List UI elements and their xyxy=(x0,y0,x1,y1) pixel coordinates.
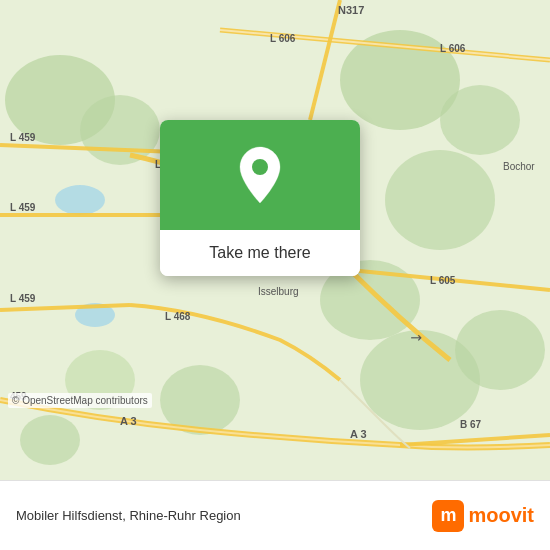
popup-header xyxy=(160,120,360,230)
svg-point-2 xyxy=(80,95,160,165)
svg-text:Bochor: Bochor xyxy=(503,161,535,172)
location-title: Mobiler Hilfsdienst, Rhine-Ruhr Region xyxy=(16,508,241,523)
svg-point-8 xyxy=(455,310,545,390)
svg-text:A 3: A 3 xyxy=(120,415,137,427)
moovit-brand-text: moovit xyxy=(468,504,534,527)
location-pin-icon xyxy=(235,145,285,205)
svg-text:L 459: L 459 xyxy=(10,293,36,304)
svg-text:L 459: L 459 xyxy=(10,202,36,213)
svg-point-12 xyxy=(55,185,105,215)
svg-point-5 xyxy=(385,150,495,250)
svg-text:B 67: B 67 xyxy=(460,419,482,430)
svg-point-39 xyxy=(252,159,268,175)
svg-text:L 459: L 459 xyxy=(10,132,36,143)
svg-text:L 468: L 468 xyxy=(165,311,191,322)
take-me-there-button[interactable]: Take me there xyxy=(160,230,360,276)
moovit-icon: m xyxy=(432,500,464,532)
location-popup[interactable]: Take me there xyxy=(160,120,360,276)
svg-text:Isselburg: Isselburg xyxy=(258,286,299,297)
svg-text:A 3: A 3 xyxy=(350,428,367,440)
bottom-bar: Mobiler Hilfsdienst, Rhine-Ruhr Region m… xyxy=(0,480,550,550)
svg-text:L 605: L 605 xyxy=(430,275,456,286)
svg-point-11 xyxy=(20,415,80,465)
moovit-logo: m moovit xyxy=(432,500,534,532)
osm-attribution: © OpenStreetMap contributors xyxy=(8,393,152,408)
svg-text:L 606: L 606 xyxy=(440,43,466,54)
svg-text:L 606: L 606 xyxy=(270,33,296,44)
map-view: N317 L 606 L 606 L 459 L 459 L 459 L 605… xyxy=(0,0,550,480)
svg-point-4 xyxy=(440,85,520,155)
svg-text:N317: N317 xyxy=(338,4,364,16)
